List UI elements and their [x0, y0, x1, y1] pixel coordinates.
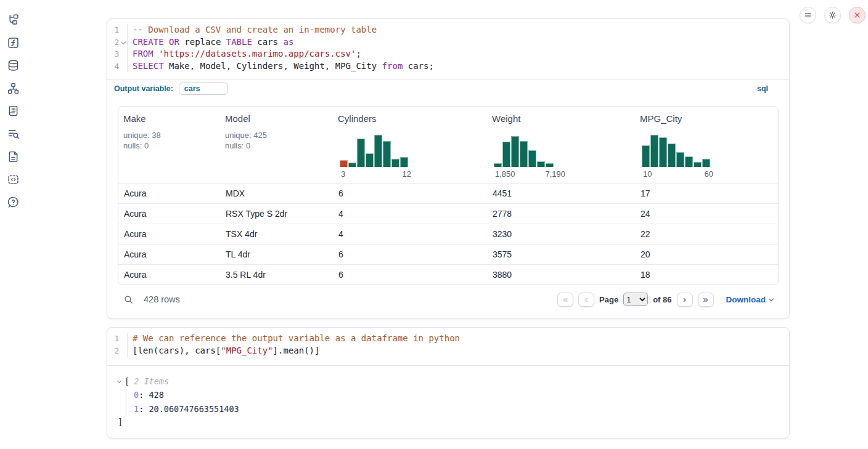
code-token: SELECT: [133, 61, 164, 71]
hist-bar[interactable]: [546, 163, 554, 167]
fold-chevron-icon[interactable]: [119, 36, 127, 49]
function-square-icon[interactable]: [6, 36, 20, 49]
hist-bar[interactable]: [520, 141, 528, 167]
collapse-chevron-icon[interactable]: [118, 381, 125, 382]
hist-bar[interactable]: [348, 163, 356, 167]
search-logs-icon[interactable]: [6, 127, 20, 140]
hist-bar[interactable]: [528, 150, 536, 167]
last-page-button[interactable]: »: [698, 293, 714, 307]
download-button[interactable]: Download: [726, 295, 774, 304]
hist-bar[interactable]: [502, 142, 510, 167]
table-cell: MDX: [220, 188, 333, 198]
table-cell: 6: [333, 188, 487, 198]
table-cell: 2778: [487, 209, 635, 219]
items-count: 2 Items: [134, 374, 169, 388]
next-page-button[interactable]: ›: [677, 293, 693, 307]
code-token: [164, 37, 169, 47]
table-cell: 18: [635, 270, 778, 280]
table-cell: TSX 4dr: [220, 229, 333, 239]
page-select[interactable]: 1: [623, 293, 648, 306]
table-row[interactable]: Acura3.5 RL 4dr6388018: [118, 264, 778, 285]
row-count: 428 rows: [144, 294, 180, 304]
tree-item[interactable]: 1: 20.060747663551403: [134, 402, 789, 416]
code-line: 2[len(cars), cars["MPG_City"].mean()]: [107, 345, 789, 357]
table-row[interactable]: AcuraRSX Type S 2dr4277824: [118, 203, 778, 224]
help-icon[interactable]: [6, 195, 20, 209]
hist-bar[interactable]: [494, 163, 502, 167]
documentation-icon[interactable]: [6, 150, 20, 163]
table-cell: 20: [635, 249, 778, 259]
line-gutter: 1: [107, 24, 128, 36]
code-token: cars: [252, 37, 284, 47]
fold-slot: [119, 24, 127, 36]
hist-bar[interactable]: [702, 159, 710, 167]
sql-meta-bar: Output variable: sql: [107, 79, 789, 97]
dependency-graph-icon[interactable]: [6, 81, 20, 95]
table-row[interactable]: AcuraMDX6445117: [118, 183, 778, 203]
code-token: from: [382, 61, 403, 71]
hist-bar[interactable]: [383, 141, 391, 167]
hist-bar[interactable]: [685, 156, 693, 167]
hist-bar[interactable]: [650, 135, 658, 167]
tree-item[interactable]: 0: 428: [134, 388, 789, 402]
pagination: « ‹ Page 1 of 86 › » Download: [557, 293, 773, 307]
column-stats: unique: 38nulls: 0: [123, 131, 215, 151]
sql-cell: 1-- Download a CSV and create an in-memo…: [107, 18, 790, 319]
column-header-mpg_city[interactable]: MPG_City1060: [635, 107, 778, 183]
language-badge: sql: [757, 84, 768, 93]
output-variable-input[interactable]: [179, 83, 228, 95]
column-header-cylinders[interactable]: Cylinders312: [333, 107, 487, 183]
hist-bar[interactable]: [391, 159, 399, 167]
hist-bar[interactable]: [400, 157, 408, 167]
line-number: 2: [107, 345, 119, 357]
database-icon[interactable]: [6, 59, 20, 72]
search-icon[interactable]: [123, 294, 134, 305]
table-row[interactable]: AcuraTL 4dr6357520: [118, 244, 778, 264]
shutdown-button[interactable]: [849, 7, 866, 23]
page-label: Page: [599, 295, 618, 304]
column-header-model[interactable]: Modelunique: 425nulls: 0: [220, 107, 333, 183]
hist-bar[interactable]: [366, 153, 374, 167]
histogram-bars: [340, 135, 412, 167]
hist-bar[interactable]: [374, 135, 382, 167]
hist-bar[interactable]: [694, 162, 702, 167]
logs-scroll-icon[interactable]: [6, 104, 20, 118]
stat-line: nulls: 0: [225, 141, 328, 152]
table-cell: 3880: [487, 270, 635, 280]
hist-bar[interactable]: [642, 145, 650, 167]
column-header-make[interactable]: Makeunique: 38nulls: 0: [118, 107, 220, 183]
gear-icon: [828, 10, 837, 20]
snippets-icon[interactable]: [6, 172, 20, 186]
code-token: [154, 49, 158, 59]
hist-bar[interactable]: [511, 136, 519, 167]
hist-bar[interactable]: [668, 144, 676, 167]
file-explorer-icon[interactable]: [6, 13, 20, 26]
hist-bar[interactable]: [357, 139, 365, 167]
column-histogram: 1,8507,190: [494, 135, 567, 179]
sql-output-area: Makeunique: 38nulls: 0Modelunique: 425nu…: [107, 97, 789, 318]
line-gutter: 2: [107, 36, 128, 49]
menu-button[interactable]: [800, 7, 816, 23]
prev-page-button[interactable]: ‹: [578, 293, 594, 307]
table-cell: 3.5 RL 4dr: [220, 270, 333, 280]
table-row[interactable]: AcuraTSX 4dr4323022: [118, 224, 778, 244]
fold-slot: [119, 333, 127, 345]
table-cell: 17: [635, 188, 778, 198]
sql-code-editor[interactable]: 1-- Download a CSV and create an in-memo…: [107, 19, 789, 79]
item-value: 20.060747663551403: [149, 404, 239, 414]
first-page-button[interactable]: «: [557, 293, 573, 307]
column-header-weight[interactable]: Weight1,8507,190: [487, 107, 635, 183]
column-name: Model: [225, 113, 328, 124]
tree-root-line: [2 Items: [118, 374, 789, 388]
python-code-editor[interactable]: 1# We can reference the output variable …: [107, 328, 789, 366]
line-number: 4: [107, 60, 119, 73]
hist-bar[interactable]: [659, 137, 667, 167]
settings-button[interactable]: [824, 7, 841, 23]
sidebar: [6, 13, 20, 209]
hist-bar[interactable]: [537, 161, 545, 167]
axis-max-label: 12: [403, 169, 411, 179]
hist-bar[interactable]: [340, 160, 348, 167]
table-body: AcuraMDX6445117AcuraRSX Type S 2dr427782…: [118, 183, 778, 285]
code-token: 'https://datasets.marimo.app/cars.csv': [158, 49, 356, 59]
hist-bar[interactable]: [676, 152, 684, 167]
